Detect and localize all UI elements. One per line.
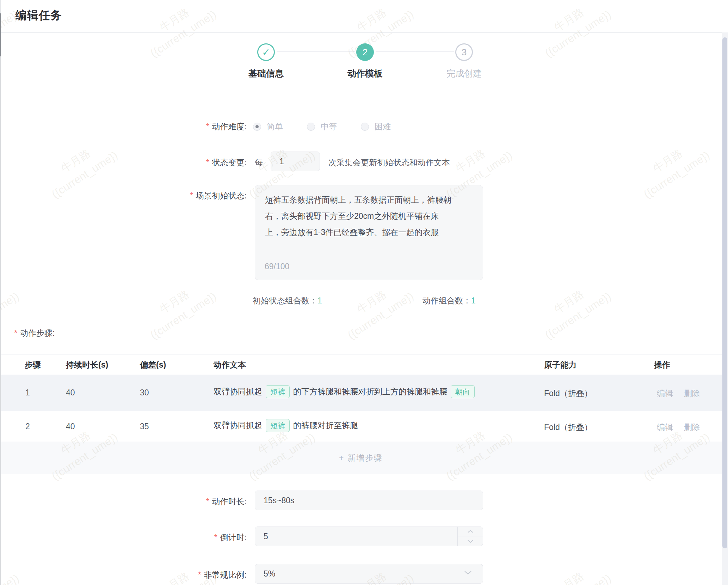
edit-task-dialog: 编辑任务 × ✓ 2 3 基础信息 动作模板 完成创建 *动作难度: 简单 中等… [0, 0, 728, 585]
radio-circle [307, 123, 315, 131]
cell-deviation: 30 [140, 388, 149, 398]
countdown-input[interactable] [255, 526, 483, 546]
check-icon: ✓ [262, 47, 270, 58]
watermark-text: 牛月路({current_ume}) [0, 556, 22, 585]
cell-duration: 40 [66, 422, 75, 431]
col-action-text: 动作文本 [214, 359, 246, 370]
dialog-header: 编辑任务 [0, 0, 722, 33]
countdown-stepper [457, 526, 483, 546]
char-counter: 69/100 [265, 262, 289, 271]
cell-action-text: 双臂协同抓起 短裤 的下方裤腿和裤腰对折到上方的裤腿和裤腰 朝向 [214, 385, 478, 398]
edit-button[interactable]: 编辑 [657, 422, 673, 433]
radio-hard[interactable]: 困难 [361, 121, 391, 132]
scrollbar-track[interactable] [722, 32, 728, 585]
radio-simple[interactable]: 简单 [253, 121, 283, 132]
add-step-button[interactable]: + 新增步骤 [339, 452, 383, 463]
edit-button[interactable]: 编辑 [657, 388, 673, 399]
watermark-text: 牛月路({current_ume}) [631, 134, 713, 202]
step-3-circle: 3 [455, 43, 473, 61]
cell-step: 1 [25, 388, 30, 398]
state-change-prefix: 每 [255, 157, 263, 168]
step-1-label: 基础信息 [224, 68, 308, 79]
col-duration: 持续时长(s) [66, 359, 108, 370]
left-edge [0, 56, 1, 585]
cell-ability: Fold（折叠） [544, 422, 592, 433]
watermark-text: 牛月路({current_ume}) [138, 275, 220, 343]
col-operation: 操作 [654, 359, 670, 370]
required-mark: * [206, 122, 209, 131]
orientation-tag: 朝向 [451, 385, 475, 398]
chevron-up-icon [467, 530, 474, 533]
step-connector [277, 51, 355, 52]
difficulty-radio-group: 简单 中等 困难 [253, 121, 415, 132]
chevron-down-icon [467, 540, 474, 543]
radio-simple-label: 简单 [267, 121, 283, 132]
delete-button[interactable]: 删除 [684, 388, 700, 399]
unusual-ratio-label: *非常规比例: [198, 569, 247, 580]
cell-action-text: 双臂协同抓起 短裤 的裤腰对折至裤腿 [214, 419, 358, 432]
state-change-label: *状态变更: [206, 157, 247, 168]
col-ability: 原子能力 [544, 359, 576, 370]
delete-button[interactable]: 删除 [684, 422, 700, 433]
step-3-number: 3 [462, 47, 467, 58]
decrement-button[interactable] [458, 536, 483, 546]
left-edge [0, 0, 1, 13]
step-1-circle: ✓ [257, 43, 275, 61]
watermark-text: 牛月路({current_ume}) [533, 275, 614, 343]
unusual-ratio-select[interactable] [255, 564, 483, 584]
table-row: 2 40 35 双臂协同抓起 短裤 的裤腰对折至裤腿 Fold（折叠） 编辑 删… [0, 411, 722, 442]
increment-button[interactable] [458, 526, 483, 536]
radio-dot [255, 125, 259, 128]
countdown-label: *倒计时: [214, 532, 247, 543]
dialog-title: 编辑任务 [16, 8, 62, 23]
radio-medium[interactable]: 中等 [307, 121, 337, 132]
col-step: 步骤 [25, 359, 41, 370]
radio-circle [361, 123, 369, 131]
scrollbar-thumb[interactable] [722, 37, 727, 548]
object-tag: 短裤 [266, 385, 290, 398]
step-3-label: 完成创建 [422, 68, 506, 79]
state-change-input[interactable] [271, 152, 320, 171]
col-deviation: 偏差(s) [140, 359, 166, 370]
watermark-text: 牛月路({current_ume}) [533, 556, 614, 585]
action-steps-label: *动作步骤: [14, 328, 55, 339]
table-header: 步骤 持续时长(s) 偏差(s) 动作文本 原子能力 操作 [0, 354, 722, 375]
object-tag: 短裤 [266, 419, 290, 432]
action-combo-count: 动作组合数：1 [422, 295, 476, 306]
initial-state-label: *场景初始状态: [190, 190, 247, 201]
initial-combo-count: 初始状态组合数：1 [253, 295, 322, 306]
radio-circle-selected [253, 123, 261, 131]
difficulty-label: *动作难度: [206, 121, 247, 132]
add-step-band: + 新增步骤 [0, 442, 722, 474]
step-2-number: 2 [363, 47, 368, 58]
select-chevron-down-icon[interactable] [464, 570, 472, 577]
cell-ability: Fold（折叠） [544, 388, 592, 399]
duration-input[interactable] [255, 491, 483, 510]
radio-medium-label: 中等 [321, 121, 337, 132]
step-2-label: 动作模板 [323, 68, 407, 79]
watermark-text: 牛月路({current_ume}) [39, 134, 121, 202]
table-row: 1 40 30 双臂协同抓起 短裤 的下方裤腿和裤腰对折到上方的裤腿和裤腰 朝向… [0, 375, 722, 411]
step-connector [376, 51, 454, 52]
step-2-circle: 2 [356, 43, 374, 61]
radio-hard-label: 困难 [375, 121, 391, 132]
duration-label: *动作时长: [206, 496, 247, 507]
cell-deviation: 35 [140, 422, 149, 431]
watermark-text: 牛月路({current_ume}) [335, 275, 417, 343]
cell-duration: 40 [66, 388, 75, 398]
left-edge [0, 13, 1, 56]
cell-step: 2 [25, 422, 30, 431]
state-change-suffix: 次采集会更新初始状态和动作文本 [328, 157, 450, 168]
